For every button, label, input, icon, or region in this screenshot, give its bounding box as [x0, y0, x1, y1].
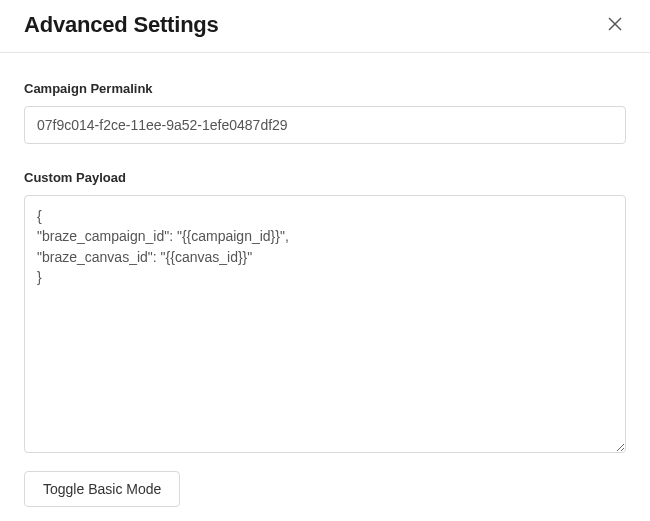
close-icon — [608, 17, 622, 34]
modal-title: Advanced Settings — [24, 12, 219, 38]
modal-header: Advanced Settings — [0, 0, 650, 53]
permalink-input[interactable] — [24, 106, 626, 144]
permalink-group: Campaign Permalink — [24, 81, 626, 144]
close-button[interactable] — [604, 13, 626, 38]
payload-label: Custom Payload — [24, 170, 626, 185]
permalink-label: Campaign Permalink — [24, 81, 626, 96]
payload-group: Custom Payload Toggle Basic Mode — [24, 170, 626, 507]
payload-textarea[interactable] — [24, 195, 626, 453]
modal-body: Campaign Permalink Custom Payload Toggle… — [0, 53, 650, 521]
toggle-basic-mode-button[interactable]: Toggle Basic Mode — [24, 471, 180, 507]
